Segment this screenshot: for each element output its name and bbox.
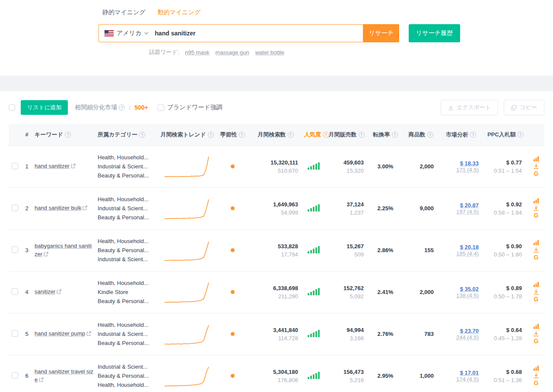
- col-header-seasonality[interactable]: 季節性: [220, 131, 237, 139]
- row-checkbox[interactable]: [12, 372, 18, 379]
- google-trends-icon[interactable]: G: [534, 380, 539, 386]
- keyword-link[interactable]: babyganics hand sanitizer: [35, 243, 92, 257]
- download-icon[interactable]: [533, 247, 539, 253]
- monthly-sales: 459,603: [327, 159, 364, 166]
- download-icon[interactable]: [533, 163, 539, 169]
- external-link-icon[interactable]: [83, 205, 87, 212]
- google-trends-icon[interactable]: G: [534, 338, 539, 345]
- help-icon[interactable]: ?: [139, 132, 145, 138]
- hot-word-link[interactable]: massage gun: [216, 49, 249, 56]
- reviews-link[interactable]: 244 (4.5): [456, 334, 479, 341]
- keyword-search-input[interactable]: [155, 25, 363, 42]
- tab-static-mining[interactable]: 静的マイニング: [102, 9, 146, 18]
- keyword-analytics-icon[interactable]: [533, 365, 539, 371]
- external-link-icon[interactable]: [86, 331, 91, 337]
- hot-word-link[interactable]: water bottle: [255, 49, 284, 56]
- external-link-icon[interactable]: [39, 377, 44, 383]
- help-icon[interactable]: ?: [323, 132, 329, 138]
- category-line: Beauty & Personal...: [98, 297, 156, 306]
- external-link-icon[interactable]: [71, 163, 76, 170]
- search-volume-cell: 6,338,698 211,290: [249, 271, 302, 313]
- col-header-products[interactable]: 商品数: [409, 131, 426, 139]
- tab-dynamic-mining[interactable]: 動的マイニング: [158, 9, 201, 18]
- seasonality-dot: [231, 332, 235, 336]
- download-icon[interactable]: [533, 331, 539, 337]
- export-button[interactable]: エクスポート: [441, 100, 499, 115]
- row-checkbox[interactable]: [12, 330, 18, 337]
- seasonality-cell: [216, 145, 249, 187]
- category-line: Industrial & Scient...: [98, 362, 156, 371]
- col-header-sales[interactable]: 月間販売数: [329, 131, 357, 139]
- average-price-link[interactable]: $ 20.87: [460, 202, 479, 209]
- product-count: 1,000: [420, 373, 434, 379]
- col-header-ppc[interactable]: PPC入札額: [487, 131, 516, 139]
- keyword-analytics-icon[interactable]: [533, 198, 539, 204]
- row-checkbox[interactable]: [12, 205, 18, 211]
- help-icon[interactable]: ?: [427, 132, 433, 138]
- help-icon[interactable]: ?: [392, 132, 398, 138]
- keyword-analytics-icon[interactable]: [533, 281, 539, 288]
- col-header-category[interactable]: 所属カテゴリー: [98, 131, 137, 139]
- popularity-bars-icon: [308, 204, 320, 212]
- country-selector[interactable]: アメリカ: [99, 29, 155, 37]
- table-row: 5 hand sanitizer pump Health, Household.…: [9, 313, 544, 355]
- col-header-search-volume[interactable]: 月間検索数: [258, 131, 286, 139]
- google-trends-icon[interactable]: G: [534, 212, 539, 219]
- brand-word-checkbox[interactable]: [158, 104, 164, 111]
- help-icon[interactable]: ?: [208, 132, 214, 138]
- help-icon[interactable]: ?: [239, 132, 245, 138]
- reviews-link[interactable]: 197 (4.5): [456, 209, 479, 215]
- keyword-analytics-icon[interactable]: [533, 323, 539, 329]
- average-price-link[interactable]: $ 17.01: [460, 370, 479, 376]
- keyword-analytics-icon[interactable]: [533, 240, 539, 246]
- reviews-link[interactable]: 171 (4.5): [456, 167, 479, 173]
- table-header-row: # キーワード? 所属カテゴリー? 月間検索トレンド? 季節性? 月間検索数? …: [9, 124, 544, 145]
- brand-word-toggle[interactable]: ブランドワード強調: [158, 104, 222, 111]
- copy-button[interactable]: コピー: [504, 100, 544, 115]
- reviews-link[interactable]: 185 (4.4): [456, 250, 479, 257]
- help-icon[interactable]: ?: [65, 132, 71, 138]
- col-header-popularity[interactable]: 人気度: [304, 131, 321, 139]
- row-checkbox[interactable]: [12, 247, 18, 253]
- download-icon[interactable]: [533, 289, 539, 295]
- keyword-analytics-icon[interactable]: [533, 156, 539, 162]
- research-history-button[interactable]: リサーチ履歴: [409, 24, 460, 42]
- col-header-keyword[interactable]: キーワード: [35, 131, 63, 139]
- google-trends-icon[interactable]: G: [534, 296, 539, 303]
- keyword-link[interactable]: hand sanitizer bulk: [35, 205, 81, 211]
- niche-market-count[interactable]: 500+: [134, 104, 148, 111]
- ppc-bid-range: 0.50 – 1.80: [485, 251, 522, 258]
- download-icon[interactable]: [533, 205, 539, 211]
- hot-word-link[interactable]: n95 mask: [185, 49, 209, 56]
- keyword-link[interactable]: hand sanitizer pump: [35, 330, 85, 337]
- help-icon[interactable]: ?: [518, 132, 524, 138]
- help-icon[interactable]: ?: [288, 132, 294, 138]
- keyword-link[interactable]: hand sanitizer: [35, 163, 70, 169]
- average-price-link[interactable]: $ 20.18: [460, 244, 479, 250]
- ppc-bid: $ 0.92: [485, 201, 522, 208]
- average-price-link[interactable]: $ 23.70: [460, 328, 479, 334]
- external-link-icon[interactable]: [57, 289, 61, 295]
- help-icon[interactable]: ?: [470, 132, 476, 138]
- average-price-link[interactable]: $ 18.33: [460, 160, 479, 167]
- col-header-market[interactable]: 市場分析: [446, 131, 468, 139]
- seasonality-cell: [216, 229, 249, 271]
- reviews-link[interactable]: 174 (4.5): [456, 376, 479, 383]
- reviews-link[interactable]: 138 (4.5): [456, 292, 479, 299]
- col-header-conversion[interactable]: 転換率: [373, 131, 390, 139]
- help-icon[interactable]: ?: [119, 104, 125, 111]
- select-all-checkbox[interactable]: [9, 104, 15, 111]
- average-price-link[interactable]: $ 35.02: [460, 286, 479, 292]
- google-trends-icon[interactable]: G: [534, 254, 539, 261]
- row-checkbox[interactable]: [12, 288, 18, 295]
- download-icon[interactable]: [533, 373, 539, 379]
- col-header-trend[interactable]: 月間検索トレンド: [160, 131, 206, 139]
- external-link-icon[interactable]: [44, 251, 48, 258]
- row-checkbox[interactable]: [12, 163, 18, 169]
- research-button[interactable]: リサーチ: [363, 24, 399, 42]
- google-trends-icon[interactable]: G: [534, 171, 539, 177]
- add-to-list-button[interactable]: リストに追加: [21, 100, 68, 115]
- keyword-link[interactable]: sanitizer: [35, 288, 55, 295]
- help-icon[interactable]: ?: [359, 132, 365, 138]
- seasonality-cell: [216, 355, 249, 392]
